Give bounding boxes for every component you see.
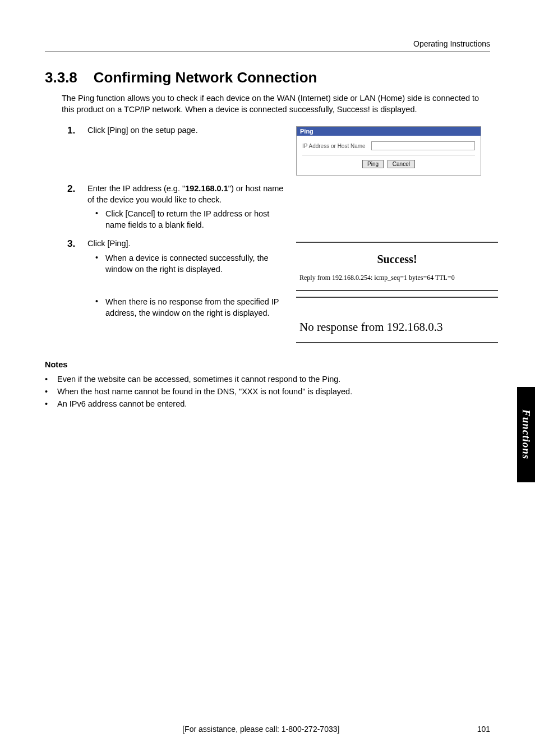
ping-dialog: Ping IP Address or Host Name	[296, 126, 481, 176]
notes-heading: Notes	[45, 360, 490, 369]
step-1-text: Click [Ping] on the setup page.	[87, 125, 198, 176]
step-2-text: Enter the IP address (e.g. "192.168.0.1"…	[87, 183, 286, 231]
ping-button[interactable]	[362, 160, 384, 168]
running-header: Operating Instructions	[45, 39, 490, 52]
fail-result-panel: No response from 192.168.0.3	[296, 297, 498, 343]
fail-heading: No response from 192.168.0.3	[299, 308, 495, 334]
note-item: • An IPv6 address cannot be entered.	[45, 398, 490, 411]
note-text-1: When the host name cannot be found in th…	[57, 386, 352, 398]
step-3-sub-success: When a device is connected successfully,…	[105, 253, 286, 275]
step-1-number: 1.	[67, 125, 80, 176]
note-text-2: An IPv6 address cannot be entered.	[57, 398, 187, 411]
header-divider	[45, 52, 490, 52]
bullet-icon: •	[95, 297, 100, 319]
bullet-icon: •	[45, 386, 50, 398]
success-result-panel: Success! Reply from 192.168.0.254: icmp_…	[296, 242, 498, 291]
bullet-icon: •	[95, 209, 100, 231]
success-heading: Success!	[299, 253, 495, 266]
step-2-number: 2.	[67, 183, 80, 231]
bullet-icon: •	[95, 253, 100, 275]
step-3-label: Click [Ping].	[87, 239, 131, 248]
page-footer: [For assistance, please call: 1-800-272-…	[45, 725, 490, 734]
success-detail: Reply from 192.168.0.254: icmp_seq=1 byt…	[299, 274, 495, 282]
section-title: Confirming Network Connection	[94, 69, 317, 86]
note-item: • When the host name cannot be found in …	[45, 386, 490, 398]
ping-ip-input[interactable]	[371, 141, 475, 150]
step-3-number: 3.	[67, 238, 80, 291]
note-text-0: Even if the website can be accessed, som…	[57, 374, 340, 386]
step-2-sub: Click [Cancel] to return the IP address …	[105, 209, 286, 231]
section-number: 3.3.8	[45, 69, 77, 86]
step-3-sub-fail: When there is no response from the speci…	[105, 297, 286, 319]
bullet-icon: •	[45, 398, 50, 411]
ping-dialog-title: Ping	[297, 127, 481, 136]
page-number: 101	[477, 725, 490, 734]
ping-field-label: IP Address or Host Name	[302, 143, 366, 149]
step-2-before: Enter the IP address (e.g. "	[87, 184, 185, 193]
footer-assist: [For assistance, please call: 1-800-272-…	[45, 725, 477, 734]
step-3-text: Click [Ping]. • When a device is connect…	[87, 238, 286, 291]
intro-paragraph: The Ping function allows you to check if…	[62, 93, 490, 115]
step-2-bold-ip: 192.168.0.1	[185, 184, 228, 193]
side-tab-functions: Functions	[517, 387, 535, 482]
cancel-button[interactable]	[388, 160, 415, 168]
bullet-icon: •	[45, 374, 50, 386]
section-heading: 3.3.8 Confirming Network Connection	[45, 69, 490, 86]
note-item: • Even if the website can be accessed, s…	[45, 374, 490, 386]
